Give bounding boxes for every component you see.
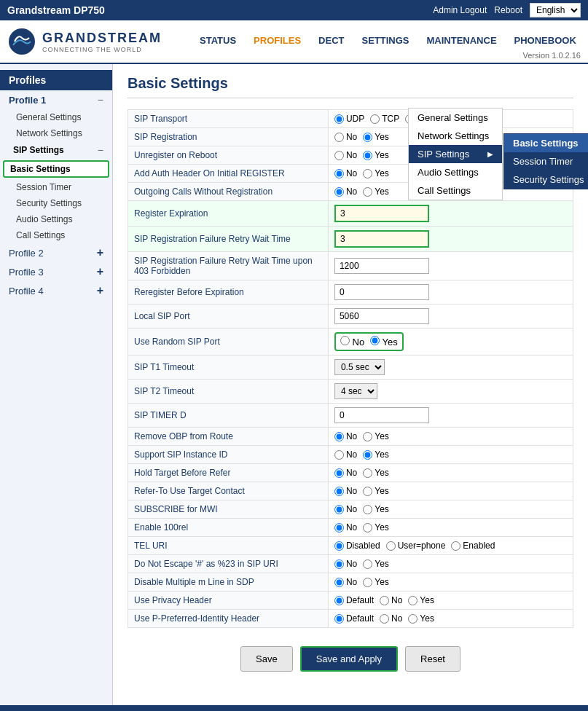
obp-yes-label[interactable]: Yes (363, 431, 389, 441)
instance-no-label[interactable]: No (334, 449, 357, 460)
random-yes-label[interactable]: Yes (370, 336, 398, 347)
tel-disabled-label[interactable]: Disabled (334, 541, 380, 551)
profile1-collapse-btn[interactable]: − (98, 94, 103, 106)
mwi-yes-label[interactable]: Yes (363, 504, 389, 514)
ppref-default-label[interactable]: Default (334, 613, 374, 624)
sidebar-call-settings[interactable]: Call Settings (0, 227, 112, 243)
sip-t1-select[interactable]: 0.5 sec 1 sec 2 sec (334, 359, 385, 375)
sip-transport-udp-radio[interactable] (334, 114, 344, 124)
sip-t2-select[interactable]: 4 sec 8 sec (334, 383, 377, 399)
save-button[interactable]: Save (240, 646, 293, 672)
outgoing-no-radio[interactable] (334, 187, 344, 197)
privacy-default-label[interactable]: Default (334, 595, 374, 605)
instance-no-radio[interactable] (334, 450, 344, 460)
mline-yes-radio[interactable] (363, 578, 372, 587)
outgoing-no-label[interactable]: No (334, 186, 357, 197)
refer-no-radio[interactable] (334, 487, 344, 496)
privacy-yes-radio[interactable] (408, 596, 418, 605)
nav-maintenance[interactable]: MAINTENANCE (418, 20, 506, 63)
refer-no-label[interactable]: No (334, 486, 357, 496)
network-settings-item[interactable]: Network Settings (409, 127, 502, 145)
sip-reg-no-radio[interactable] (334, 133, 344, 142)
sip-transport-udp-label[interactable]: UDP (334, 114, 364, 124)
auth-no-label[interactable]: No (334, 168, 357, 178)
auth-yes-radio[interactable] (363, 169, 372, 178)
reset-button[interactable]: Reset (405, 646, 460, 672)
rel-no-radio[interactable] (334, 523, 344, 533)
hold-no-radio[interactable] (334, 468, 344, 478)
sip-transport-tcp-radio[interactable] (370, 114, 380, 124)
auth-yes-label[interactable]: Yes (363, 168, 389, 178)
escape-yes-radio[interactable] (363, 559, 372, 569)
unreg-no-label[interactable]: No (334, 150, 357, 160)
profile4-expand-btn[interactable]: + (97, 285, 103, 296)
obp-no-radio[interactable] (334, 432, 344, 441)
sidebar-profile4[interactable]: Profile 4 + (0, 281, 112, 300)
sidebar-basic-settings[interactable]: Basic Settings (3, 160, 109, 178)
escape-no-radio[interactable] (334, 559, 344, 569)
profile3-expand-btn[interactable]: + (97, 266, 103, 278)
register-expiration-input[interactable] (334, 205, 429, 222)
reboot-link[interactable]: Reboot (494, 5, 522, 15)
sidebar-general-settings[interactable]: General Settings (0, 109, 112, 125)
escape-yes-label[interactable]: Yes (363, 559, 389, 569)
tel-disabled-radio[interactable] (334, 541, 344, 551)
outgoing-yes-label[interactable]: Yes (363, 186, 389, 197)
refer-yes-label[interactable]: Yes (363, 486, 389, 496)
refer-yes-radio[interactable] (363, 487, 372, 496)
unreg-yes-label[interactable]: Yes (363, 150, 389, 160)
rel-yes-radio[interactable] (363, 523, 372, 533)
nav-settings[interactable]: SETTINGS (353, 20, 418, 63)
random-no-radio[interactable] (340, 336, 350, 345)
sip-reg-no-label[interactable]: No (334, 132, 357, 142)
unreg-yes-radio[interactable] (363, 151, 372, 160)
mline-yes-label[interactable]: Yes (363, 577, 389, 587)
auth-no-radio[interactable] (334, 169, 344, 178)
sip-settings-item[interactable]: SIP Settings ▶ (409, 145, 502, 163)
sidebar-profile2[interactable]: Profile 2 + (0, 243, 112, 262)
escape-no-label[interactable]: No (334, 559, 357, 569)
hold-yes-radio[interactable] (363, 468, 372, 478)
language-select[interactable]: English (530, 3, 581, 17)
nav-status[interactable]: STATUS (191, 20, 245, 63)
audio-settings-item[interactable]: Audio Settings (409, 163, 502, 181)
instance-yes-radio[interactable] (363, 450, 372, 460)
ppref-yes-radio[interactable] (408, 614, 418, 624)
admin-logout-link[interactable]: Admin Logout (433, 5, 487, 15)
session-timer-dd-item[interactable]: Session Timer (504, 152, 588, 170)
general-settings-item[interactable]: General Settings (409, 109, 502, 127)
obp-yes-radio[interactable] (363, 432, 372, 441)
sip-transport-tcp-label[interactable]: TCP (370, 114, 399, 124)
sip-retry-input[interactable] (334, 230, 429, 248)
rel-no-label[interactable]: No (334, 522, 357, 533)
sip-timer-d-input[interactable] (334, 407, 429, 423)
hold-no-label[interactable]: No (334, 468, 357, 478)
mwi-no-radio[interactable] (334, 505, 344, 514)
mline-no-radio[interactable] (334, 578, 344, 587)
sidebar-audio-settings[interactable]: Audio Settings (0, 211, 112, 227)
ppref-no-label[interactable]: No (380, 613, 402, 624)
save-apply-button[interactable]: Save and Apply (300, 646, 398, 672)
sip-reg-yes-label[interactable]: Yes (363, 132, 389, 142)
call-settings-item[interactable]: Call Settings (409, 181, 502, 200)
nav-profiles[interactable]: PROFILES (245, 20, 310, 63)
ppref-default-radio[interactable] (334, 614, 344, 624)
tel-enabled-radio[interactable] (451, 541, 460, 551)
random-no-label[interactable]: No (340, 336, 364, 347)
privacy-yes-label[interactable]: Yes (408, 595, 434, 605)
sip-retry-403-input[interactable] (334, 258, 429, 274)
privacy-no-label[interactable]: No (380, 595, 402, 605)
security-settings-dd-item[interactable]: Security Settings (504, 170, 588, 189)
sidebar-session-timer[interactable]: Session Timer (0, 179, 112, 195)
sidebar-profile1[interactable]: Profile 1 − (0, 90, 112, 109)
instance-yes-label[interactable]: Yes (363, 449, 389, 460)
mline-no-label[interactable]: No (334, 577, 357, 587)
sip-section-collapse-btn[interactable]: − (98, 144, 103, 156)
ppref-yes-label[interactable]: Yes (408, 613, 434, 624)
random-yes-radio[interactable] (370, 336, 380, 345)
nav-dect[interactable]: DECT (310, 20, 353, 63)
local-sip-port-input[interactable] (334, 308, 429, 324)
mwi-no-label[interactable]: No (334, 504, 357, 514)
profile2-expand-btn[interactable]: + (97, 247, 103, 259)
hold-yes-label[interactable]: Yes (363, 468, 389, 478)
